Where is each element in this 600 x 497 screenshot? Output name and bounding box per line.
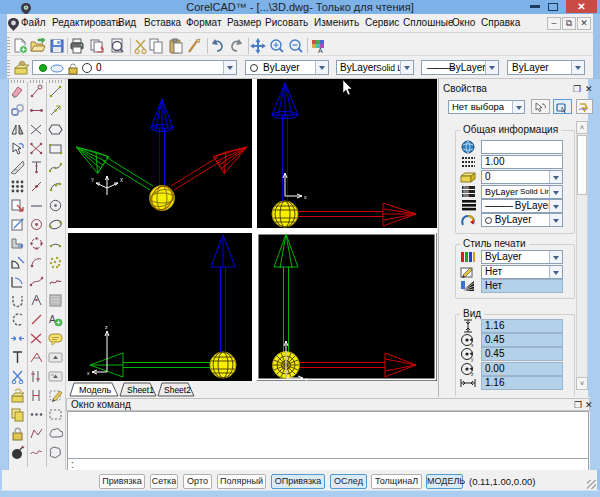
svg-text:Sheet1: Sheet1 xyxy=(127,385,154,395)
svg-text:X: X xyxy=(120,178,123,183)
svg-text:Sheet2: Sheet2 xyxy=(164,385,191,395)
svg-text:Модель: Модель xyxy=(79,385,112,395)
svg-text:INS: INS xyxy=(463,194,470,198)
svg-text:Y: Y xyxy=(91,178,94,183)
svg-text:A: A xyxy=(318,47,323,54)
